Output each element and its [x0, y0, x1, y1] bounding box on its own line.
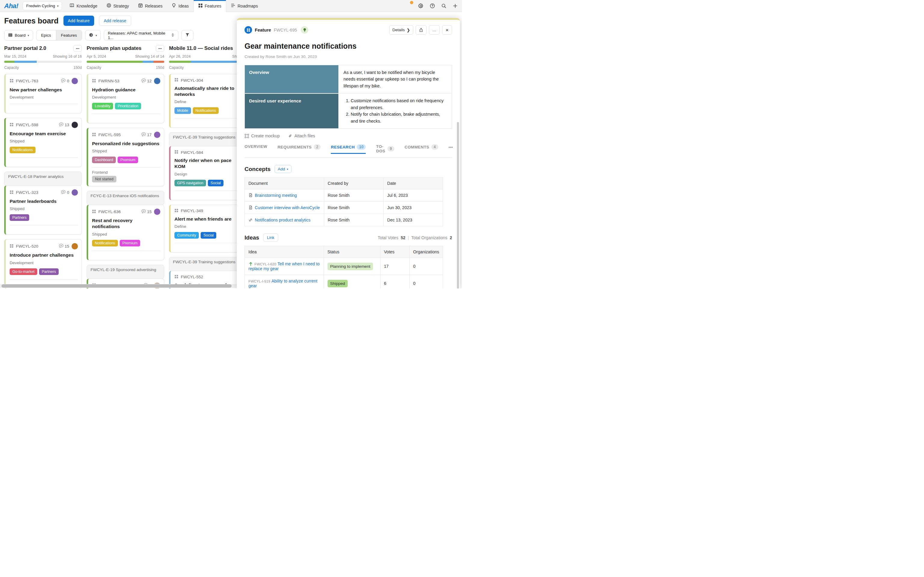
card-title: Notify rider when on pace KOM: [174, 158, 243, 169]
comment-count[interactable]: 0: [61, 190, 69, 195]
help-icon[interactable]: [430, 3, 435, 9]
tab-requirements[interactable]: REQUIREMENTS2: [278, 144, 321, 154]
feature-card[interactable]: FWRNN-5312Hydration guidanceDevelopmentL…: [87, 74, 164, 123]
filter-button[interactable]: [181, 30, 194, 40]
user-avatar[interactable]: [404, 2, 412, 10]
add-feature-button[interactable]: Add feature: [63, 16, 94, 26]
feature-card[interactable]: FWCYL-59813Encourage team exerciseShippe…: [4, 118, 82, 167]
ideas-link-button[interactable]: Link: [263, 234, 278, 242]
avatar[interactable]: [71, 122, 78, 128]
panel-scrollbar[interactable]: [457, 122, 459, 288]
details-button[interactable]: Details❯: [389, 25, 414, 35]
comment-count[interactable]: 15: [141, 209, 152, 214]
tag[interactable]: Dashboard: [92, 156, 116, 163]
feature-card[interactable]: FWCYL-52015Introduce partner challengesD…: [4, 239, 82, 288]
share-button[interactable]: [416, 25, 426, 35]
comment-count[interactable]: 13: [59, 122, 69, 127]
tab-overview[interactable]: OVERVIEW: [244, 144, 267, 153]
create-mockup-button[interactable]: Create mockup: [244, 134, 280, 138]
column-more-button[interactable]: •••: [73, 45, 82, 52]
tab-research[interactable]: RESEARCH10: [331, 144, 366, 154]
tag[interactable]: Notifications: [193, 107, 219, 114]
epic-header[interactable]: FWCYL-E-18 Partner analytics: [4, 172, 82, 186]
settings-gear-icon[interactable]: [418, 3, 423, 9]
tag[interactable]: Notifications: [92, 240, 118, 247]
column-more-button[interactable]: •••: [156, 45, 164, 52]
idea-origin-icon[interactable]: [301, 26, 308, 34]
tag[interactable]: GPS navigation: [174, 180, 206, 186]
nav-item-features[interactable]: Features: [194, 0, 226, 12]
attach-files-button[interactable]: Attach files: [288, 134, 315, 138]
tag[interactable]: Community: [174, 232, 199, 239]
feature-card[interactable]: FWCYL-349Alert me when friends areDefine…: [169, 205, 247, 253]
feature-card[interactable]: FWCYL-7630New partner challengesDevelopm…: [4, 74, 82, 113]
nav-item-roadmaps[interactable]: Roadmaps: [226, 0, 263, 12]
document-link[interactable]: Customer interview with AeroCycle: [255, 205, 320, 210]
card-footer: [10, 226, 78, 233]
concepts-add-button[interactable]: Add▾: [275, 165, 292, 173]
tag[interactable]: Go-to-market: [10, 268, 37, 275]
nav-item-knowledge[interactable]: Knowledge: [65, 0, 102, 12]
epic-header[interactable]: FWCYL-E-19 Sponsored advertising: [87, 265, 164, 279]
avatar[interactable]: [154, 78, 160, 84]
comment-count[interactable]: 17: [141, 132, 152, 137]
tag[interactable]: Mobile: [174, 107, 191, 114]
attachment-actions: Create mockup Attach files: [244, 134, 452, 138]
avatar[interactable]: [71, 78, 78, 84]
document-link[interactable]: Brainstorming meeting: [255, 193, 297, 198]
epic-header[interactable]: FWCYL-E-39 Training suggestions: [169, 132, 247, 147]
feature-card[interactable]: FWCYL-3230Partner leaderboardsShippedPar…: [4, 185, 82, 235]
tag[interactable]: Premium: [120, 240, 140, 247]
tag[interactable]: Notifications: [10, 147, 36, 153]
tag[interactable]: Social: [208, 180, 223, 186]
card-workflow-status: Shipped: [92, 232, 160, 237]
tabs-more-button[interactable]: •••: [449, 144, 453, 150]
tab-count-badge: 10: [357, 144, 366, 150]
search-icon[interactable]: [441, 3, 446, 9]
add-plus-icon[interactable]: [452, 3, 458, 9]
add-release-button[interactable]: Add release: [99, 16, 131, 26]
feature-card[interactable]: FWCYL-63615Rest and recovery notificatio…: [87, 205, 164, 260]
comment-count[interactable]: 12: [141, 79, 152, 84]
card-title: New partner challenges: [10, 87, 62, 93]
card-id: FWCYL-520: [16, 244, 38, 248]
toggle-epics[interactable]: Epics: [36, 31, 56, 40]
comment-count[interactable]: 0: [61, 79, 69, 84]
horizontal-scrollbar[interactable]: [0, 284, 237, 288]
nav-item-ideas[interactable]: Ideas: [167, 0, 193, 12]
tag[interactable]: Prioritization: [115, 103, 141, 110]
board-view-label: Board: [15, 33, 26, 37]
comment-icon: [141, 209, 146, 214]
board-settings-dropdown[interactable]: ▾: [85, 30, 101, 40]
more-options-button[interactable]: …: [429, 25, 440, 35]
tag[interactable]: Partners: [10, 214, 29, 221]
avatar[interactable]: [154, 132, 160, 138]
feature-card[interactable]: FWCYL-304Automatically share ride to net…: [169, 74, 247, 128]
card-title: Alert me when friends are: [174, 216, 232, 222]
board-view-selector[interactable]: Board ▾: [4, 30, 33, 40]
tag[interactable]: Premium: [118, 156, 138, 163]
tag[interactable]: Partners: [39, 268, 59, 275]
nav-item-strategy[interactable]: Strategy: [102, 0, 134, 12]
avatar[interactable]: [71, 189, 78, 196]
tab-to-dos[interactable]: TO-DOS9: [376, 144, 394, 158]
tag[interactable]: Social: [200, 232, 216, 239]
nav-item-releases[interactable]: Releases: [134, 0, 167, 12]
card-workflow-status: Shipped: [10, 139, 78, 143]
toggle-features[interactable]: Features: [56, 31, 82, 40]
avatar[interactable]: [71, 243, 78, 250]
tab-comments[interactable]: COMMENTS4: [405, 144, 438, 154]
document-link[interactable]: Notifications product analytics: [255, 218, 310, 222]
epic-header[interactable]: FWCYL-E-39 Training suggestions: [169, 257, 247, 271]
workspace-selector[interactable]: Fredwin Cycling ▾: [23, 2, 62, 10]
comment-count[interactable]: 15: [59, 244, 69, 249]
avatar[interactable]: [154, 209, 160, 215]
scrollbar-thumb[interactable]: [2, 284, 232, 288]
epic-header[interactable]: FCYC-E-13 Enhance iOS notifications: [87, 191, 164, 205]
releases-filter-select[interactable]: Releases: APAC market, Mobile 1...: [104, 30, 178, 40]
feature-card[interactable]: FWCYL-59517Personalized ride suggestions…: [87, 128, 164, 186]
capacity-label: Capacity: [87, 66, 101, 70]
close-icon[interactable]: ✕: [442, 25, 452, 35]
tag[interactable]: Lovability: [92, 103, 113, 110]
feature-card[interactable]: FWCYL-584Notify rider when on pace KOMDe…: [169, 146, 247, 200]
